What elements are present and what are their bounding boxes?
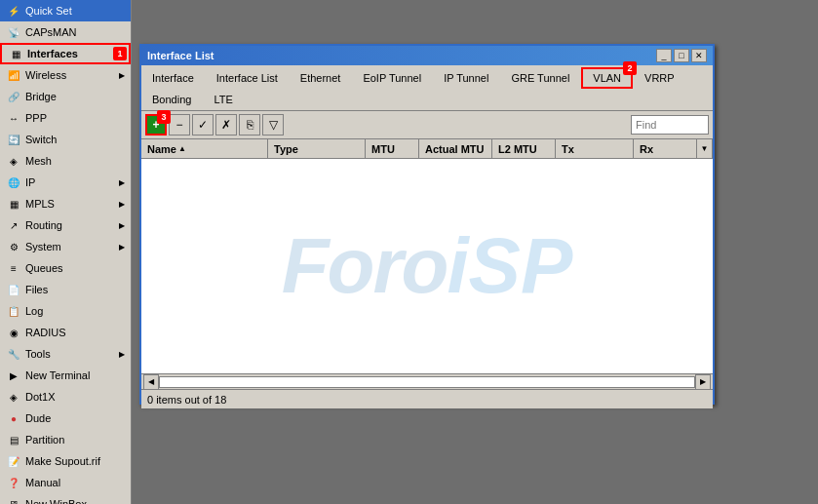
- sidebar-item-label: RADIUS: [25, 327, 66, 338]
- sidebar-item-label: Files: [25, 284, 48, 295]
- col-rx[interactable]: Rx ▼: [634, 139, 713, 158]
- sidebar-item-new-winbox[interactable]: 🖥 New WinBox: [0, 493, 131, 504]
- sidebar-item-label: New Terminal: [25, 369, 90, 381]
- filter-button[interactable]: ▽: [262, 114, 284, 136]
- sidebar-item-queues[interactable]: ≡ Queues: [0, 257, 131, 279]
- col-name-label: Name: [147, 143, 176, 155]
- tab-interface[interactable]: Interface: [141, 67, 205, 89]
- sidebar-item-ip[interactable]: 🌐 IP ▶: [0, 172, 131, 193]
- copy-button[interactable]: ⎘: [239, 114, 260, 136]
- sidebar-item-mpls[interactable]: ▦ MPLS ▶: [0, 193, 131, 214]
- remove-icon: −: [175, 118, 182, 132]
- remove-button[interactable]: −: [169, 114, 190, 136]
- dot1x-icon: ◈: [6, 389, 21, 405]
- tab-interface-list[interactable]: Interface List: [206, 67, 289, 89]
- col-l2-mtu[interactable]: L2 MTU: [492, 139, 556, 158]
- tab-label: VRRP: [644, 72, 675, 84]
- col-tx[interactable]: Tx: [556, 139, 634, 158]
- sidebar-item-make-supout[interactable]: 📝 Make Supout.rif: [0, 450, 131, 472]
- check-icon: ✓: [198, 118, 208, 132]
- routing-icon: ↗: [6, 217, 21, 233]
- sidebar-item-dude[interactable]: ● Dude: [0, 407, 131, 429]
- sidebar-item-switch[interactable]: 🔄 Switch: [0, 129, 131, 150]
- scroll-right-button[interactable]: ▶: [695, 374, 711, 390]
- minimize-button[interactable]: _: [656, 49, 672, 62]
- tab-eoip-tunnel[interactable]: EoIP Tunnel: [352, 67, 432, 89]
- col-dropdown-button[interactable]: ▼: [696, 139, 712, 158]
- tab-gre-tunnel[interactable]: GRE Tunnel: [500, 67, 580, 89]
- col-mtu[interactable]: MTU: [366, 139, 419, 158]
- tab-bonding[interactable]: Bonding: [141, 89, 202, 110]
- disable-button[interactable]: ✗: [215, 114, 237, 136]
- sidebar-item-system[interactable]: ⚙ System ▶: [0, 236, 131, 257]
- tab-ip-tunnel[interactable]: IP Tunnel: [433, 67, 499, 89]
- add-button[interactable]: + 3: [145, 114, 167, 136]
- sidebar-item-radius[interactable]: ◉ RADIUS: [0, 322, 131, 343]
- sidebar-item-dot1x[interactable]: ◈ Dot1X: [0, 386, 131, 407]
- sidebar-item-capsman[interactable]: 📡 CAPsMAN: [0, 21, 131, 43]
- switch-icon: 🔄: [6, 132, 21, 147]
- scroll-left-button[interactable]: ◀: [143, 374, 159, 390]
- make-supout-icon: 📝: [6, 453, 21, 469]
- sidebar-item-tools[interactable]: 🔧 Tools ▶: [0, 343, 131, 365]
- sidebar-item-routing[interactable]: ↗ Routing ▶: [0, 214, 131, 236]
- maximize-button[interactable]: □: [674, 49, 689, 62]
- sidebar-item-label: Routing: [25, 219, 62, 231]
- sidebar-item-label: Mesh: [25, 155, 52, 167]
- sidebar-item-partition[interactable]: ▤ Partition: [0, 429, 131, 450]
- vlan-badge: 2: [623, 61, 637, 75]
- sidebar-item-files[interactable]: 📄 Files: [0, 279, 131, 300]
- sidebar-item-label: Log: [25, 305, 43, 317]
- sidebar-item-label: Interfaces: [27, 48, 78, 59]
- sidebar-item-manual[interactable]: ❓ Manual: [0, 472, 131, 493]
- filter-icon: ▽: [269, 118, 278, 132]
- sidebar-item-label: Dot1X: [25, 391, 56, 403]
- sidebar-item-bridge[interactable]: 🔗 Bridge: [0, 86, 131, 107]
- sidebar-item-mesh[interactable]: ◈ Mesh: [0, 150, 131, 172]
- enable-button[interactable]: ✓: [192, 114, 214, 136]
- tab-lte[interactable]: LTE: [203, 89, 243, 110]
- new-terminal-icon: ▶: [6, 368, 21, 383]
- table-body[interactable]: ForoiSP: [141, 159, 713, 373]
- sidebar-item-new-terminal[interactable]: ▶ New Terminal: [0, 365, 131, 386]
- tab-label: Bonding: [152, 94, 191, 105]
- queues-icon: ≡: [6, 260, 21, 276]
- find-input[interactable]: [631, 115, 709, 135]
- sidebar-item-quick-set[interactable]: ⚡ Quick Set: [0, 0, 131, 21]
- tab-ethernet[interactable]: Ethernet: [290, 67, 352, 89]
- tab-vrrp[interactable]: VRRP: [634, 67, 685, 89]
- main-area: Interface List _ □ ✕ Interface Interface…: [132, 0, 818, 504]
- sidebar-item-log[interactable]: 📋 Log: [0, 300, 131, 322]
- ip-icon: 🌐: [6, 174, 21, 190]
- sidebar-item-label: Switch: [25, 134, 57, 145]
- sidebar-item-interfaces[interactable]: ▦ Interfaces 1: [0, 43, 131, 64]
- tab-label: Interface: [152, 72, 194, 84]
- sidebar-item-label: MPLS: [25, 198, 55, 210]
- tab-label: GRE Tunnel: [511, 72, 569, 84]
- sidebar-item-label: New WinBox: [25, 498, 87, 504]
- ip-arrow-icon: ▶: [119, 178, 125, 187]
- sidebar-item-wireless[interactable]: 📶 Wireless ▶: [0, 64, 131, 86]
- tab-label: EoIP Tunnel: [363, 72, 421, 84]
- table-header: Name ▲ Type MTU Actual MTU L2 MTU Tx Rx …: [141, 139, 713, 159]
- tab-label: Interface List: [216, 72, 278, 84]
- col-type-label: Type: [274, 143, 298, 155]
- window-controls: _ □ ✕: [656, 49, 707, 62]
- col-type[interactable]: Type: [268, 139, 366, 158]
- h-scrollbar: ◀ ▶: [141, 373, 713, 389]
- sidebar-item-label: System: [25, 241, 61, 252]
- tab-vlan[interactable]: VLAN 2: [581, 67, 633, 89]
- sidebar-item-label: Bridge: [25, 91, 57, 102]
- col-name[interactable]: Name ▲: [141, 139, 268, 158]
- sidebar-item-ppp[interactable]: ↔ PPP: [0, 107, 131, 129]
- interfaces-icon: ▦: [8, 46, 23, 61]
- close-button[interactable]: ✕: [691, 49, 707, 62]
- copy-icon: ⎘: [247, 118, 253, 132]
- tab-label: Ethernet: [300, 72, 341, 84]
- col-tx-label: Tx: [562, 143, 574, 155]
- partition-icon: ▤: [6, 432, 21, 447]
- tools-arrow-icon: ▶: [119, 350, 125, 359]
- scrollbar-track[interactable]: [159, 376, 695, 388]
- col-actual-mtu[interactable]: Actual MTU: [419, 139, 492, 158]
- sidebar-item-label: Dude: [25, 412, 51, 424]
